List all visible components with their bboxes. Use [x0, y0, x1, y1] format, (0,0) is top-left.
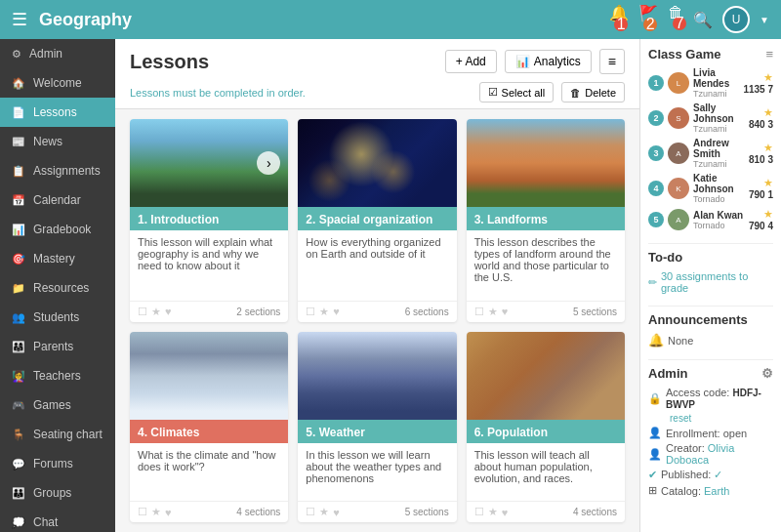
sidebar-item-students[interactable]: 👥Students [0, 303, 115, 332]
add-button[interactable]: + Add [445, 50, 497, 73]
heart-lesson-4[interactable]: ♥ [165, 507, 172, 518]
star-lesson-6[interactable]: ★ [488, 506, 498, 518]
heart-lesson-2[interactable]: ♥ [333, 306, 340, 317]
heart-lesson-5[interactable]: ♥ [333, 507, 340, 518]
player-name-1: Livia Mendes [693, 67, 739, 89]
sidebar-item-assignments[interactable]: 📋Assignments [0, 156, 115, 185]
lesson-card-5[interactable]: 5. Weather In this lesson we will learn … [298, 332, 456, 523]
sidebar-label: Parents [33, 340, 73, 353]
lesson-footer-4: ☐ ★ ♥ 4 sections [130, 501, 288, 522]
sidebar-item-gradebook[interactable]: 📊Gradebook [0, 215, 115, 244]
checkbox-lesson-1[interactable]: ☐ [138, 306, 147, 318]
class-game-menu[interactable]: ≡ [765, 47, 773, 61]
sidebar-icon: 👥 [12, 311, 25, 324]
lesson-description-3: This lesson describes the types of landf… [467, 230, 625, 301]
star-lesson-3[interactable]: ★ [488, 306, 498, 318]
notifications-icon[interactable]: 🔔1 [609, 4, 629, 36]
sidebar-item-chat[interactable]: 💭Chat [0, 508, 115, 532]
player-star-3: ★ [763, 142, 773, 153]
next-arrow[interactable]: › [257, 151, 280, 175]
lessons-select-row: ☑ Select all 🗑 Delete [479, 82, 625, 102]
announcements-section: Announcements 🔔None [648, 312, 773, 348]
lesson-card-3[interactable]: 3. Landforms This lesson describes the t… [467, 119, 625, 322]
sidebar-label: Assignments [33, 164, 101, 178]
lock-icon: 🔒 [648, 392, 662, 405]
right-panel: Class Game ≡ 1 L Livia Mendes Tzunami ★ … [639, 39, 781, 532]
star-lesson-5[interactable]: ★ [319, 506, 329, 518]
search-icon[interactable]: 🔍 [693, 11, 713, 29]
avatar[interactable]: U [722, 6, 750, 33]
sidebar-item-calendar[interactable]: 📅Calendar [0, 185, 115, 215]
reset-link[interactable]: reset [670, 413, 691, 424]
lesson-card-4[interactable]: 4. Climates What is the climate and "how… [130, 332, 288, 523]
checkbox-lesson-6[interactable]: ☐ [474, 506, 484, 518]
todo-link[interactable]: 30 assignments to grade [661, 270, 773, 294]
creator-row: 👤 Creator: Olivia Doboaca [648, 442, 773, 466]
sidebar-item-mastery[interactable]: 🎯Mastery [0, 244, 115, 273]
sidebar-item-lessons[interactable]: 📄Lessons [0, 98, 115, 127]
player-item-3: 3 A Andrew Smith Tzunami ★ 810 3 [648, 138, 773, 169]
lesson-footer-5: ☐ ★ ♥ 5 sections [298, 501, 456, 522]
player-name-4: Katie Johnson [693, 173, 745, 194]
sidebar-label: Seating chart [33, 428, 103, 441]
checkbox-lesson-2[interactable]: ☐ [306, 306, 315, 318]
lessons-note-link[interactable]: in order. [267, 87, 306, 99]
chevron-down-icon[interactable]: ▼ [760, 15, 769, 25]
star-lesson-1[interactable]: ★ [151, 306, 161, 318]
sidebar-item-groups[interactable]: 👪Groups [0, 478, 115, 508]
access-code: HDFJ-BWVP [666, 388, 761, 410]
select-all-button[interactable]: ☑ Select all [479, 82, 555, 102]
delete-button[interactable]: 🗑 Delete [561, 82, 625, 102]
catalog-link[interactable]: Earth [704, 485, 729, 497]
lesson-card-2[interactable]: 2. Spacial organization How is everythin… [298, 119, 456, 322]
sidebar-item-forums[interactable]: 💬Forums [0, 449, 115, 478]
published-text: Published: ✓ [661, 469, 722, 481]
lesson-card-6[interactable]: 6. Population This lesson will teach all… [467, 332, 625, 523]
sidebar-label: Lessons [33, 105, 77, 119]
star-lesson-4[interactable]: ★ [151, 506, 161, 518]
sidebar-item-teachers[interactable]: 👩‍🏫Teachers [0, 361, 115, 390]
heart-lesson-6[interactable]: ♥ [502, 507, 509, 518]
sidebar-label: Mastery [33, 252, 75, 266]
checkbox-lesson-4[interactable]: ☐ [138, 506, 147, 518]
sidebar-item-seating-chart[interactable]: 🪑Seating chart [0, 420, 115, 449]
sidebar-item-games[interactable]: 🎮Games [0, 390, 115, 420]
star-lesson-2[interactable]: ★ [319, 306, 329, 318]
sidebar-icon: 🪑 [12, 429, 25, 441]
sections-count-4: 4 sections [236, 507, 280, 517]
menu-icon[interactable]: ☰ [12, 9, 27, 30]
sidebar-item-news[interactable]: 📰News [0, 127, 115, 156]
checkbox-lesson-3[interactable]: ☐ [474, 306, 484, 318]
analytics-button[interactable]: 📊 Analytics [505, 50, 592, 73]
lesson-card-1[interactable]: › 1. Introduction This lesson will expla… [130, 119, 288, 322]
sections-count-6: 4 sections [573, 507, 617, 517]
sidebar-item-parents[interactable]: 👨‍👩‍👧Parents [0, 332, 115, 361]
sidebar-item-resources[interactable]: 📁Resources [0, 273, 115, 303]
published-row: ✔ Published: ✓ [648, 469, 773, 481]
heart-lesson-1[interactable]: ♥ [165, 306, 172, 317]
class-game-section: Class Game ≡ 1 L Livia Mendes Tzunami ★ … [648, 47, 773, 231]
player-name-2: Sally Johnson [693, 102, 745, 124]
trash-icon[interactable]: 🗑7 [668, 4, 683, 35]
checkbox-lesson-5[interactable]: ☐ [306, 506, 315, 518]
sidebar-icon: 👪 [12, 487, 25, 500]
topbar-actions: 🔔1 🚩2 🗑7 🔍 U ▼ [609, 4, 769, 36]
player-sub-5: Tornado [693, 221, 745, 230]
flag-icon[interactable]: 🚩2 [638, 4, 658, 36]
sidebar-item-welcome[interactable]: 🏠Welcome [0, 68, 115, 98]
heart-lesson-3[interactable]: ♥ [502, 306, 509, 317]
lesson-description-4: What is the climate and "how does it wor… [130, 443, 288, 502]
sidebar-label: Admin [29, 47, 62, 61]
sidebar-item-admin[interactable]: ⚙Admin [0, 39, 115, 68]
rank-4: 4 [648, 181, 664, 196]
gear-icon[interactable]: ⚙ [761, 366, 773, 381]
player-score-2: 840 3 [749, 119, 773, 130]
creator-link[interactable]: Olivia Doboaca [666, 442, 734, 466]
check-icon: ✔ [648, 469, 657, 481]
sections-count-2: 6 sections [405, 307, 449, 317]
sidebar-icon: 👨‍👩‍👧 [12, 341, 25, 353]
access-code-row: 🔒 Access code: HDFJ-BWVP [648, 387, 773, 410]
player-name-3: Andrew Smith [693, 138, 745, 159]
more-options-button[interactable]: ≡ [599, 49, 625, 74]
player-avatar-4: K [668, 178, 689, 199]
